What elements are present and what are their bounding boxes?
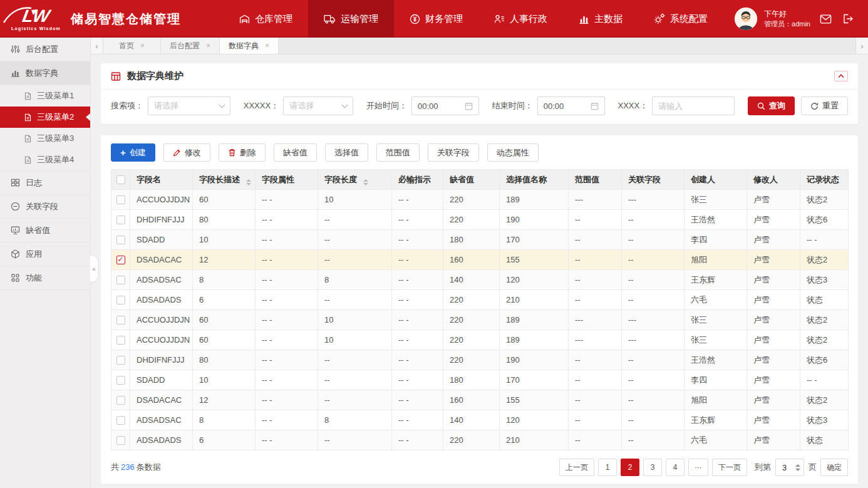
search-item-select[interactable]: 请选择 — [148, 96, 230, 115]
stepper-arrows-icon[interactable] — [795, 464, 800, 471]
table-row[interactable]: ADSADADS 6 -- - -- -- - 220 210 -- -- — [111, 430, 849, 450]
goto-page-stepper[interactable]: 3 — [775, 459, 804, 476]
column-header-field-length[interactable]: 字段长度 — [318, 170, 392, 190]
dynamic-attr-button[interactable]: 动态属性 — [487, 143, 539, 162]
total-number: 236 — [119, 462, 137, 472]
table-row[interactable]: ACCUOJJDJN 60 -- - 10 -- - 220 189 --- -… — [111, 330, 849, 350]
page-button-4[interactable]: 4 — [666, 459, 685, 476]
row-checkbox[interactable] — [116, 296, 125, 304]
nav-item-master-data[interactable]: 主数据 — [563, 0, 638, 38]
sidebar-item-submenu-1[interactable]: 三级菜单1 — [0, 85, 90, 106]
logout-icon[interactable] — [840, 11, 857, 27]
delete-button[interactable]: 删除 — [219, 143, 266, 162]
cell-select-name: 170 — [500, 370, 569, 390]
row-checkbox[interactable] — [116, 195, 125, 204]
tab-close-icon[interactable]: × — [206, 42, 210, 49]
table-row[interactable]: SDADD 10 -- - -- -- - 180 170 -- -- 李四 — [111, 370, 849, 390]
sidebar-item-data-dictionary[interactable]: 数据字典 — [0, 61, 90, 85]
page-button-2[interactable]: 2 — [621, 459, 639, 476]
page-ellipsis-button[interactable]: ··· — [688, 459, 708, 476]
filter-row: 搜索项： 请选择 XXXXX： 请选择 开始 — [101, 90, 858, 124]
sidebar-item-submenu-3[interactable]: 三级菜单3 — [0, 128, 90, 149]
sort-icon[interactable] — [246, 179, 251, 185]
panel-collapse-button[interactable] — [834, 71, 848, 81]
sidebar-item-application[interactable]: 应用 — [0, 242, 90, 266]
nav-item-system-config[interactable]: 系统配置 — [638, 0, 723, 38]
table-row[interactable]: DSADACAC 12 -- - -- -- - 160 155 -- -- — [111, 250, 849, 270]
end-time-input[interactable]: 00:00 — [537, 96, 605, 115]
sidebar-item-functions[interactable]: 功能 — [0, 266, 90, 290]
pager: 上一页 1 2 3 4 ··· 下一页 到第 3 页 确定 — [555, 459, 848, 476]
next-page-button[interactable]: 下一页 — [712, 459, 747, 476]
sidebar-item-backend-config[interactable]: 后台配置 — [0, 38, 90, 61]
table-row[interactable]: DHDIFNFJJJ 80 -- - -- -- - 220 190 -- -- — [111, 210, 849, 230]
tab-backend-config[interactable]: 后台配置 × — [161, 38, 220, 54]
table-row[interactable]: DSADACAC 12 -- - -- -- - 160 155 -- -- — [111, 390, 849, 410]
cell-required: -- - — [392, 390, 443, 410]
tab-data-dictionary[interactable]: 数据字典 × — [220, 38, 279, 54]
row-checkbox[interactable] — [116, 316, 125, 324]
cell-field-attr: -- - — [256, 410, 318, 430]
sidebar-item-submenu-2[interactable]: 三级菜单2 — [0, 106, 90, 128]
row-checkbox[interactable] — [116, 436, 125, 445]
edit-button[interactable]: 修改 — [163, 143, 210, 162]
tab-close-icon[interactable]: × — [140, 42, 145, 49]
warehouse-icon — [239, 14, 250, 24]
row-checkbox[interactable] — [116, 276, 125, 284]
sidebar-collapse-handle[interactable]: « — [90, 255, 98, 283]
nav-item-finance[interactable]: 财务管理 — [394, 0, 478, 38]
table-row[interactable]: ADSADSAC 8 -- - 8 -- - 140 120 -- -- 王 — [111, 270, 849, 290]
table-row[interactable]: SDADD 10 -- - -- -- - 180 170 -- -- 李四 — [111, 230, 849, 250]
table-toolbar: + 创建 修改 删除 缺省值 — [101, 135, 858, 169]
table-row[interactable]: ADSADADS 6 -- - -- -- - 220 210 -- -- — [111, 290, 849, 310]
row-checkbox[interactable] — [116, 356, 125, 365]
tab-scroll-left[interactable]: ‹ — [91, 38, 103, 54]
row-checkbox[interactable] — [116, 336, 125, 345]
select-all-checkbox[interactable] — [116, 175, 125, 184]
cell-default: 220 — [443, 330, 500, 350]
filter-end-time: 结束时间： 00:00 — [492, 96, 605, 115]
sidebar-item-related-fields[interactable]: 关联字段 — [0, 195, 90, 219]
cell-field-attr: -- - — [256, 230, 318, 250]
table-row[interactable]: ADSADSAC 8 -- - 8 -- - 140 120 -- -- 王 — [111, 410, 849, 430]
tab-close-icon[interactable]: × — [265, 42, 269, 49]
cell-modifier: 卢雪 — [747, 190, 800, 210]
select-value-button[interactable]: 选择值 — [325, 143, 368, 162]
range-value-button[interactable]: 范围值 — [376, 143, 420, 162]
mail-icon[interactable] — [817, 11, 834, 27]
user-area: 下午好 管理员：admin — [723, 0, 868, 38]
reset-button[interactable]: 重置 — [801, 96, 848, 115]
sort-icon[interactable] — [363, 179, 368, 185]
page-button-1[interactable]: 1 — [598, 459, 617, 476]
confirm-button[interactable]: 确定 — [820, 459, 848, 476]
nav-item-transport[interactable]: 运输管理 — [308, 0, 394, 38]
prev-page-button[interactable]: 上一页 — [559, 459, 594, 476]
sidebar-item-logs[interactable]: 日志 — [0, 171, 90, 195]
row-checkbox[interactable] — [116, 396, 125, 405]
table-row[interactable]: ACCUOJJDJN 60 -- - 10 -- - 220 189 --- -… — [111, 310, 849, 330]
row-checkbox[interactable] — [116, 376, 125, 385]
default-value-button[interactable]: 缺省值 — [274, 143, 317, 162]
column-header-length-desc[interactable]: 字段长描述 — [193, 170, 256, 190]
xxxxx-select[interactable]: 请选择 — [283, 96, 353, 115]
page-button-3[interactable]: 3 — [643, 459, 662, 476]
sidebar-item-submenu-4[interactable]: 三级菜单4 — [0, 149, 90, 170]
table-row[interactable]: ACCUOJJDJN 60 -- - 10 -- - 220 189 --- -… — [111, 190, 849, 210]
start-time-input[interactable]: 00:00 — [411, 96, 479, 115]
tab-home[interactable]: 首页 × — [103, 38, 161, 54]
row-checkbox[interactable] — [116, 256, 125, 264]
row-checkbox[interactable] — [116, 236, 125, 244]
sidebar-item-default-values[interactable]: 缺省值 — [0, 219, 90, 242]
avatar[interactable] — [735, 8, 757, 30]
row-checkbox[interactable] — [116, 215, 125, 224]
nav-item-warehouse[interactable]: 仓库管理 — [224, 0, 308, 38]
nav-item-hr[interactable]: 人事行政 — [478, 0, 563, 38]
table-row[interactable]: DHDIFNFJJJ 80 -- - -- -- - 220 190 -- -- — [111, 350, 849, 370]
row-checkbox[interactable] — [116, 416, 125, 425]
xxxx-input[interactable] — [658, 101, 728, 111]
create-button[interactable]: + 创建 — [111, 143, 155, 162]
related-field-button[interactable]: 关联字段 — [428, 143, 479, 162]
query-button[interactable]: 查询 — [748, 96, 795, 115]
tab-scroll-right[interactable]: › — [855, 38, 868, 54]
cell-length-desc: 8 — [193, 270, 256, 290]
